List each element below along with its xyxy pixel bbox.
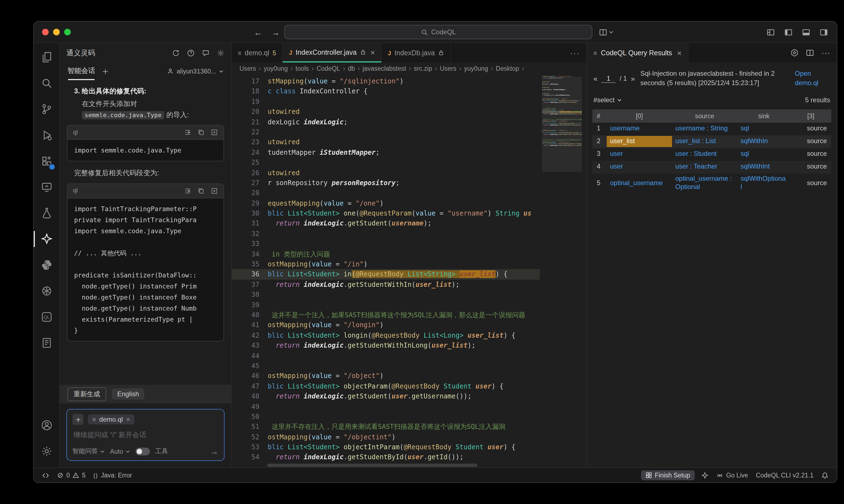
column-header[interactable]: [0]: [607, 113, 672, 119]
code-line-36[interactable]: 36blic List<Student> in(@RequestBody Lis…: [232, 269, 540, 280]
code-line-52[interactable]: 52ostMapping(value = "/objectint"): [232, 432, 540, 442]
code-line-27[interactable]: 27r sonRepository personRepository;: [232, 178, 540, 188]
result-sink-link[interactable]: sqlWithOptional: [737, 174, 790, 193]
editor-tab-demo.ql[interactable]: ≡demo.ql5: [232, 43, 283, 62]
remote-indicator[interactable]: [38, 468, 53, 483]
composer-input[interactable]: 继续提问或 “/” 新开会话: [72, 429, 219, 442]
result-row-1[interactable]: 1usernameusername : Stringsqlsource: [592, 123, 831, 136]
copy-code-icon[interactable]: [197, 187, 205, 194]
problems-indicator[interactable]: 0 5: [53, 468, 90, 483]
result-source-link[interactable]: user : Teacher: [672, 162, 737, 173]
breadcrumb-item[interactable]: Users: [440, 65, 456, 72]
activity-run-debug[interactable]: [34, 122, 59, 148]
toggle-secondary-sidebar-icon[interactable]: [820, 28, 828, 36]
result-row-4[interactable]: 4useruser : TeachersqlWithIntsource: [592, 161, 831, 174]
code-line-19[interactable]: 19: [232, 97, 540, 107]
result-element-link[interactable]: user: [607, 149, 672, 160]
activity-notes[interactable]: [34, 330, 59, 356]
code-line-38[interactable]: 38: [232, 290, 540, 300]
editor-tab-IndexController.java[interactable]: JIndexController.java×: [283, 43, 382, 62]
feedback-icon[interactable]: [202, 49, 210, 57]
activity-explorer[interactable]: [34, 44, 59, 70]
remove-attachment-icon[interactable]: ×: [126, 416, 130, 423]
code-line-43[interactable]: 43 return indexLogic.getStudentWithInLon…: [232, 340, 540, 350]
code-editor[interactable]: 17stMapping(value = "/sqlinjection")18c …: [232, 75, 586, 468]
mode-dropdown[interactable]: 智能问答: [72, 447, 105, 455]
java-language-status[interactable]: {} Java: Error: [90, 468, 136, 483]
result-source-link[interactable]: optinal_username : Optional: [672, 174, 737, 193]
code-line-26[interactable]: 26utowired: [232, 168, 540, 178]
result-sink-link[interactable]: sql: [737, 149, 790, 160]
breadcrumb-item[interactable]: Users: [240, 65, 256, 72]
activity-python[interactable]: [34, 252, 59, 278]
result-sink-link[interactable]: sqlWithInt: [737, 162, 790, 173]
customize-layout-icon[interactable]: [767, 28, 775, 36]
code-line-37[interactable]: 37 return indexLogic.getStudentWithIn(us…: [232, 280, 540, 290]
tools-toggle[interactable]: [135, 447, 150, 455]
chat-messages[interactable]: 3. 给出具体的修复代码: 在文件开头添加对 semmle.code.java.…: [60, 79, 231, 385]
close-icon[interactable]: ×: [677, 48, 682, 57]
code-line-51[interactable]: 51 这里并不存在注入，只是用来测试看SAST扫描器是否将这个误报为SQL注入漏…: [232, 422, 540, 432]
code-line-49[interactable]: 49: [232, 401, 540, 412]
add-context-button[interactable]: [72, 414, 84, 425]
tongyi-status-icon[interactable]: [697, 468, 712, 483]
more-actions-icon[interactable]: ···: [821, 48, 830, 58]
code-line-53[interactable]: 53blic List<Student> objectIntParam(@Req…: [232, 442, 540, 452]
code-line-30[interactable]: 30blic List<Student> one(@RequestParam(v…: [232, 208, 540, 219]
editor-more-actions[interactable]: ···: [564, 43, 586, 62]
column-header[interactable]: [3]: [790, 113, 831, 119]
chat-composer[interactable]: ≡ demo.ql × 继续提问或 “/” 新开会话 智能问答 Auto: [66, 409, 225, 461]
code-line-21[interactable]: 21dexLogic indexLogic;: [232, 117, 540, 127]
new-chat-button[interactable]: [102, 68, 109, 75]
activity-remote-explorer[interactable]: [34, 174, 59, 200]
code-line-46[interactable]: 46ostMapping(value = "/object"): [232, 371, 540, 381]
send-button[interactable]: →: [210, 447, 219, 456]
last-page-button[interactable]: »: [631, 75, 635, 83]
minimize-window-button[interactable]: [53, 29, 60, 35]
minimap[interactable]: stMapping(value = "/sqlinjection")c clas…: [542, 76, 582, 461]
column-header[interactable]: source: [672, 113, 737, 119]
settings-gear-icon[interactable]: [34, 438, 59, 464]
result-source-link[interactable]: user_list : List: [672, 136, 737, 147]
code-line-40[interactable]: 40 这并不是一个注入，如果SAST扫描器将这个报为SQL注入漏洞，那么这是一个…: [232, 310, 540, 320]
help-icon[interactable]: [187, 49, 195, 57]
activity-codeql[interactable]: QL: [34, 304, 59, 330]
result-source-link[interactable]: username : String: [672, 124, 737, 134]
activity-extensions[interactable]: [34, 148, 59, 174]
new-file-from-code-icon[interactable]: [211, 187, 218, 194]
panel-settings-icon[interactable]: [217, 49, 225, 57]
page-input[interactable]: 1: [601, 75, 616, 83]
activity-search[interactable]: [34, 70, 59, 96]
model-dropdown[interactable]: Auto: [110, 448, 130, 454]
open-demo-ql-link[interactable]: Open demo.ql: [795, 69, 830, 88]
insert-code-icon[interactable]: [184, 129, 191, 136]
result-sink-link[interactable]: sqlWithIn: [737, 136, 790, 147]
code-line-31[interactable]: 31 return indexLogic.getStudent(username…: [232, 219, 540, 229]
breadcrumb-item[interactable]: tools: [295, 65, 309, 72]
code-line-25[interactable]: 25: [232, 158, 540, 168]
code-line-24[interactable]: 24tudentMapper iStudentMapper;: [232, 147, 540, 158]
code-line-47[interactable]: 47blic List<Student> objectParam(@Reques…: [232, 381, 540, 391]
breadcrumb-item[interactable]: CodeQL: [317, 65, 340, 72]
result-row-5[interactable]: 5optinal_usernameoptinal_username : Opti…: [592, 174, 831, 193]
column-header[interactable]: sink: [737, 113, 790, 119]
code-line-42[interactable]: 42blic List<Student> longin(@RequestBody…: [232, 330, 540, 341]
back-button[interactable]: ←: [254, 28, 262, 37]
split-editor-control[interactable]: [599, 21, 613, 42]
activity-source-control[interactable]: [34, 96, 59, 122]
code-line-35[interactable]: 35ostMapping(value = "/in"): [232, 259, 540, 269]
result-source-link[interactable]: user : Student: [672, 149, 737, 160]
breadcrumb-item[interactable]: db: [348, 65, 355, 72]
code-line-32[interactable]: 32: [232, 229, 540, 239]
tab-codeql-query-results[interactable]: ≡ CodeQL Query Results ×: [587, 43, 689, 62]
code-line-41[interactable]: 41ostMapping(value = "/longin"): [232, 320, 540, 330]
breadcrumb-item[interactable]: Desktop: [496, 65, 519, 72]
code-line-45[interactable]: 45: [232, 361, 540, 371]
activity-tongyi-lingma[interactable]: [34, 226, 59, 252]
code-line-18[interactable]: 18c class IndexController {: [232, 87, 540, 97]
language-toggle-button[interactable]: English: [112, 389, 144, 399]
command-center[interactable]: CodeQL: [284, 25, 592, 39]
toggle-panel-icon[interactable]: [802, 28, 810, 36]
code-line-20[interactable]: 20utowired: [232, 107, 540, 117]
minimap-slider[interactable]: [542, 77, 582, 172]
